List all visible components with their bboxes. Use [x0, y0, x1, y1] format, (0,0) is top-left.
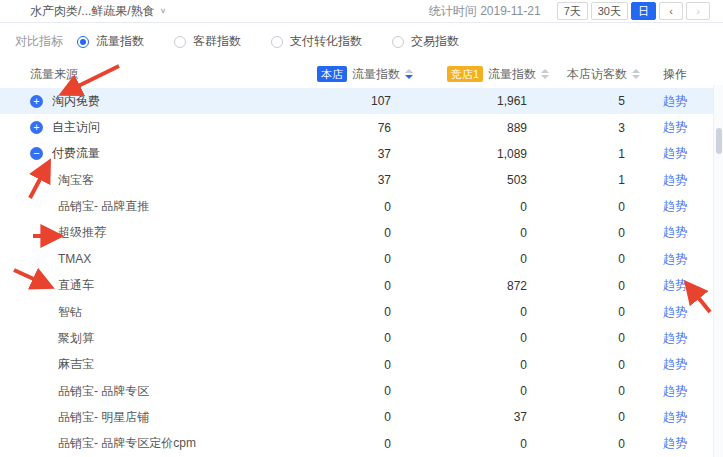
next-day-button[interactable]: › — [686, 2, 710, 20]
prev-day-button[interactable]: ‹ — [659, 2, 683, 20]
own-index-value: 0 — [281, 252, 413, 266]
radio-transaction-index[interactable]: 交易指数 — [392, 33, 459, 50]
own-index-value: 0 — [281, 437, 413, 451]
source-label: TMAX — [58, 252, 91, 266]
scrollbar-thumb[interactable] — [716, 128, 722, 154]
visitors-value: 1 — [549, 147, 640, 161]
own-index-value: 0 — [281, 384, 413, 398]
col-action: 操作 — [640, 66, 713, 83]
own-index-value: 107 — [281, 94, 413, 108]
radio-label: 客群指数 — [193, 33, 241, 50]
table-row: 品销宝- 明星店铺0370趋势 — [0, 404, 713, 430]
sort-own-index[interactable] — [405, 69, 413, 79]
visitors-value: 0 — [549, 437, 640, 451]
trend-link[interactable]: 趋势 — [663, 305, 687, 319]
source-label: 聚划算 — [58, 330, 94, 347]
action-cell: 趋势 — [640, 145, 713, 162]
rival-index-value: 503 — [413, 173, 549, 187]
action-cell: 趋势 — [640, 356, 713, 373]
table-row: 品销宝- 品牌专区000趋势 — [0, 378, 713, 404]
sort-rival-index[interactable] — [541, 69, 549, 79]
source-label: 自主访问 — [52, 119, 100, 136]
compare-metric-label: 对比指标 — [15, 33, 63, 50]
vertical-scrollbar[interactable] — [713, 85, 723, 457]
collapse-icon[interactable]: − — [30, 147, 43, 160]
rival-index-value: 37 — [413, 410, 549, 424]
radio-label: 支付转化指数 — [290, 33, 362, 50]
own-index-value: 0 — [281, 226, 413, 240]
trend-link[interactable]: 趋势 — [663, 199, 687, 213]
col-own-index-label: 流量指数 — [352, 66, 400, 83]
action-cell: 趋势 — [640, 409, 713, 426]
trend-link[interactable]: 趋势 — [663, 357, 687, 371]
trend-link[interactable]: 趋势 — [663, 146, 687, 160]
source-name-cell: +淘内免费 — [0, 93, 281, 110]
rival-index-value: 889 — [413, 121, 549, 135]
rival-index-value: 0 — [413, 358, 549, 372]
action-cell: 趋势 — [640, 383, 713, 400]
source-name-cell: +自主访问 — [0, 119, 281, 136]
radio-payment-conversion-index[interactable]: 支付转化指数 — [271, 33, 362, 50]
range-30d-button[interactable]: 30天 — [591, 2, 628, 20]
action-cell: 趋势 — [640, 172, 713, 189]
table-row: +淘内免费1071,9615趋势 — [0, 88, 713, 114]
trend-link[interactable]: 趋势 — [663, 436, 687, 450]
action-cell: 趋势 — [640, 435, 713, 452]
trend-link[interactable]: 趋势 — [663, 94, 687, 108]
source-name-cell: 品销宝- 品牌直推 — [0, 198, 281, 215]
source-name-cell: 品销宝- 品牌专区 — [0, 383, 281, 400]
visitors-value: 0 — [549, 252, 640, 266]
visitors-value: 0 — [549, 358, 640, 372]
action-cell: 趋势 — [640, 198, 713, 215]
expand-icon[interactable]: + — [30, 95, 43, 108]
visitors-value: 0 — [549, 200, 640, 214]
table-header: 流量来源 本店 流量指数 竞店1 流量指数 本店访客数 操作 — [0, 60, 713, 88]
rival-index-value: 872 — [413, 279, 549, 293]
own-index-value: 0 — [281, 279, 413, 293]
source-label: 品销宝- 品牌直推 — [58, 198, 149, 215]
table-body: +淘内免费1071,9615趋势+自主访问768893趋势−付费流量371,08… — [0, 88, 713, 457]
trend-link[interactable]: 趋势 — [663, 331, 687, 345]
source-label: 麻吉宝 — [58, 356, 94, 373]
radio-customer-index[interactable]: 客群指数 — [174, 33, 241, 50]
trend-link[interactable]: 趋势 — [663, 173, 687, 187]
rival-index-value: 1,089 — [413, 147, 549, 161]
table-row: 品销宝- 品牌直推000趋势 — [0, 193, 713, 219]
source-label: 淘宝客 — [58, 172, 94, 189]
visitors-value: 0 — [549, 305, 640, 319]
col-visitors-label: 本店访客数 — [567, 66, 627, 83]
table-row: 聚划算000趋势 — [0, 325, 713, 351]
table-row: 直通车08720趋势 — [0, 273, 713, 299]
action-cell: 趋势 — [640, 330, 713, 347]
trend-link[interactable]: 趋势 — [663, 120, 687, 134]
trend-link[interactable]: 趋势 — [663, 252, 687, 266]
rival-index-value: 0 — [413, 437, 549, 451]
source-name-cell: −付费流量 — [0, 145, 281, 162]
range-7d-button[interactable]: 7天 — [557, 2, 588, 20]
chevron-down-icon: ∨ — [160, 7, 167, 15]
visitors-value: 0 — [549, 410, 640, 424]
table-row: 智钻000趋势 — [0, 299, 713, 325]
trend-link[interactable]: 趋势 — [663, 410, 687, 424]
source-name-cell: 品销宝- 品牌专区定价cpm — [0, 435, 281, 452]
own-shop-badge: 本店 — [317, 66, 347, 82]
source-label: 超级推荐 — [58, 224, 106, 241]
category-selector[interactable]: 水产肉类/...鲜蔬果/熟食 ∨ — [13, 3, 166, 20]
col-rival-index-label: 流量指数 — [488, 66, 536, 83]
range-day-button[interactable]: 日 — [631, 2, 656, 20]
trend-link[interactable]: 趋势 — [663, 384, 687, 398]
source-label: 直通车 — [58, 277, 94, 294]
action-cell: 趋势 — [640, 224, 713, 241]
visitors-value: 0 — [549, 226, 640, 240]
trend-link[interactable]: 趋势 — [663, 225, 687, 239]
table-row: +自主访问768893趋势 — [0, 114, 713, 140]
own-index-value: 0 — [281, 358, 413, 372]
sort-visitors[interactable] — [632, 69, 640, 79]
trend-link[interactable]: 趋势 — [663, 278, 687, 292]
action-cell: 趋势 — [640, 251, 713, 268]
rival-index-value: 0 — [413, 384, 549, 398]
rival-index-value: 1,961 — [413, 94, 549, 108]
table-row: TMAX000趋势 — [0, 246, 713, 272]
radio-traffic-index[interactable]: 流量指数 — [77, 33, 144, 50]
expand-icon[interactable]: + — [30, 121, 43, 134]
